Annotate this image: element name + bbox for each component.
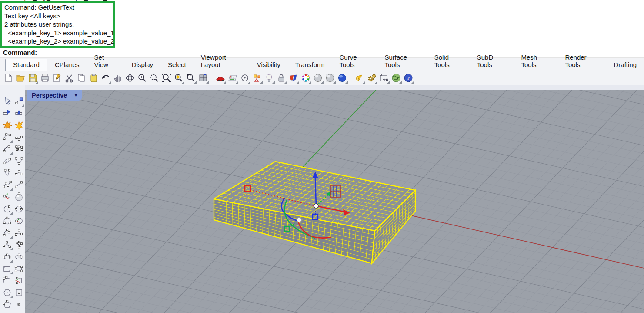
cplane-icon[interactable] [227,72,239,84]
polyline-icon[interactable] [1,179,13,191]
viewport-title: Perspective [32,92,71,99]
zoom-selected-icon[interactable] [173,72,185,84]
rectangle-3pt-icon[interactable] [13,263,24,274]
open-file-icon[interactable] [14,72,27,84]
hide-object-icon[interactable] [13,108,24,119]
command-history-box: Command: GetUserTextText key <All keys>2… [0,1,115,48]
polygon-center-icon[interactable] [1,287,13,298]
tool-palette-grid [0,85,25,311]
paste-icon[interactable] [87,72,100,84]
tool-palette [0,85,25,313]
zoom-undo-icon[interactable] [185,72,197,84]
osnap-icon[interactable] [251,72,263,84]
export-icon[interactable] [51,72,63,84]
tab-cplanes[interactable]: CPlanes [47,59,87,71]
rendered-view-icon[interactable] [324,72,336,84]
tab-solid-tools[interactable]: Solid Tools [427,52,470,71]
circle-vertical-icon[interactable] [13,215,24,226]
tab-visibility[interactable]: Visibility [250,59,288,71]
pan-icon[interactable] [112,72,124,84]
ellipse-diameter-icon[interactable] [13,251,24,263]
viewport-canvas[interactable] [25,90,644,313]
tab-mesh-tools[interactable]: Mesh Tools [514,52,557,71]
arc-center-icon[interactable] [1,227,13,239]
tab-standard[interactable]: Standard [5,59,47,71]
rectangle-corner-icon[interactable] [1,263,13,274]
curve-edit-icon[interactable] [13,131,24,143]
viewport-layout-icon[interactable] [197,72,209,84]
zoom-window-icon[interactable] [148,72,160,84]
viewport-dropdown-arrow[interactable]: ▼ [71,93,80,98]
sphere-icon[interactable] [13,191,24,202]
main-area: Perspective ▼ [0,85,644,313]
rhino-window: <example_key_2> example_value_2 Command:… [0,0,644,313]
circle-snap-icon[interactable] [239,72,251,84]
circle-diameter-icon[interactable] [13,203,24,215]
zoom-extents-icon[interactable] [160,72,173,84]
tab-curve-tools[interactable]: Curve Tools [332,52,377,71]
render-icon[interactable] [336,72,348,84]
cut-icon[interactable] [63,72,75,84]
rotate-view-icon[interactable] [124,72,136,84]
undo-icon[interactable] [100,72,112,84]
svg-text:?: ? [407,74,410,81]
line-icon[interactable] [13,179,24,191]
color-wheel-icon[interactable] [300,72,312,84]
rounded-rectangle-icon[interactable] [1,275,13,286]
line-normal-icon[interactable] [1,191,13,202]
notification-icon[interactable] [354,72,366,84]
circle-3pt-icon[interactable] [1,215,13,226]
earth-icon[interactable] [390,72,402,84]
history-line: <example_key_2> example_value_2 [4,37,113,46]
interp-curve-icon[interactable] [13,155,24,167]
curve-v-icon[interactable] [1,167,13,178]
arc-sed-icon[interactable] [1,239,13,250]
history-line: 2 attributes user strings. [4,20,113,29]
point-icon[interactable] [13,299,24,310]
select-pointer-icon[interactable] [1,95,13,107]
tab-display[interactable]: Display [124,59,160,71]
rectangle-vertical-icon[interactable] [13,275,24,286]
sketch-curve-icon[interactable] [1,155,13,167]
ellipse-center-icon[interactable] [1,251,13,263]
point-cloud-icon[interactable] [13,239,24,250]
square-point-icon[interactable] [13,287,24,298]
control-points-icon[interactable] [13,143,24,155]
dimension-icon[interactable] [378,72,390,84]
circle-center-icon[interactable] [1,203,13,215]
tangent-curve-icon[interactable] [13,167,24,178]
tab-drafting[interactable]: Drafting [606,59,644,71]
tab-select[interactable]: Select [160,59,194,71]
history-line: <example_key_1> example_value_1 [4,29,113,37]
arc-3pt-icon[interactable] [13,227,24,239]
control-point-curve-icon[interactable] [1,131,13,143]
zoom-in-icon[interactable] [136,72,148,84]
tab-subd-tools[interactable]: SubD Tools [470,52,514,71]
copy-icon[interactable] [75,72,87,84]
shaded-view-icon[interactable] [312,72,324,84]
car-icon[interactable] [214,72,227,84]
viewport-tab-perspective[interactable]: Perspective ▼ [27,90,82,101]
print-icon[interactable] [39,72,51,84]
explode-icon[interactable] [1,119,13,131]
arc-blend-icon[interactable] [1,143,13,155]
help-icon[interactable]: ? [402,72,414,84]
display-mode-icon[interactable] [287,72,300,84]
tab-viewport-layout[interactable]: Viewport Layout [194,52,250,71]
smash-icon[interactable] [13,119,24,131]
toolbar-tabs: StandardCPlanesSet ViewDisplaySelectView… [0,58,644,71]
polygon-edge-icon[interactable] [1,299,13,310]
perspective-viewport[interactable]: Perspective ▼ [25,90,644,313]
tab-transform[interactable]: Transform [288,59,332,71]
text-caret [39,49,39,56]
options-icon[interactable] [366,72,378,84]
lights-icon[interactable] [263,72,275,84]
tab-surface-tools[interactable]: Surface Tools [377,52,427,71]
lock-icon[interactable] [275,72,287,84]
gumball-move-icon[interactable] [13,95,24,107]
tab-set-view[interactable]: Set View [87,52,124,71]
new-file-icon[interactable] [2,72,14,84]
save-file-icon[interactable] [27,72,39,84]
tab-render-tools[interactable]: Render Tools [557,52,606,71]
visibility-swap-icon[interactable] [1,108,13,119]
